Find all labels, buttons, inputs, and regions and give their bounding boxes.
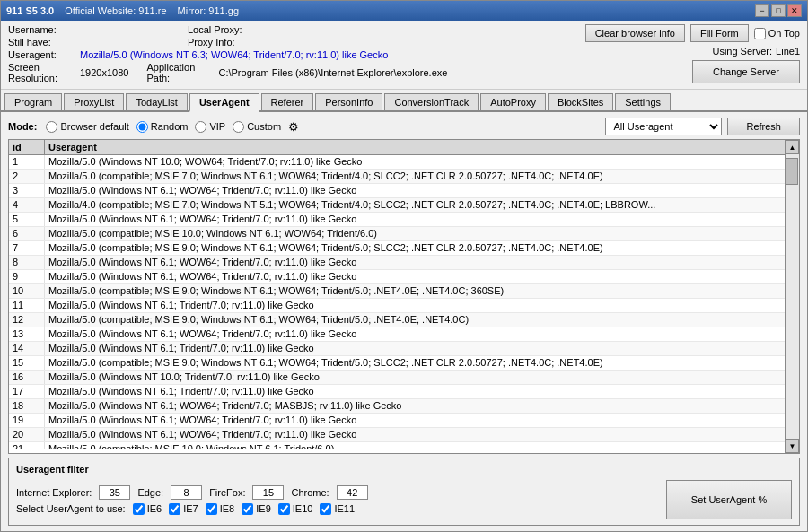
tab-personinfo[interactable]: PersonInfo xyxy=(315,93,382,110)
useragent-type-select[interactable]: All Useragent Internet Explorer Edge Chr… xyxy=(605,118,722,135)
tab-blocksites[interactable]: BlockSites xyxy=(548,93,613,110)
username-label: Username: xyxy=(8,24,80,35)
ie11-label: IE11 xyxy=(334,503,355,514)
ie10-checkbox[interactable] xyxy=(278,503,290,515)
cell-id: 2 xyxy=(9,170,45,183)
radio-custom[interactable] xyxy=(233,121,244,133)
table-row[interactable]: 10Mozilla/5.0 (compatible; MSIE 9.0; Win… xyxy=(9,284,799,299)
tab-settings[interactable]: Settings xyxy=(615,93,671,110)
table-row[interactable]: 6Mozilla/5.0 (compatible; MSIE 10.0; Win… xyxy=(9,227,799,241)
ie9-checkbox-label[interactable]: IE9 xyxy=(242,503,271,515)
on-top-checkbox-label[interactable]: On Top xyxy=(754,28,800,39)
using-server-label: Using Server: xyxy=(712,46,772,57)
firefox-input[interactable] xyxy=(252,485,284,500)
scroll-thumb[interactable] xyxy=(786,158,798,185)
table-row[interactable]: 19Mozilla/5.0 (Windows NT 6.1; WOW64; Tr… xyxy=(9,414,799,428)
scroll-up-button[interactable]: ▲ xyxy=(786,140,799,154)
table-row[interactable]: 4Mozilla/4.0 (compatible; MSIE 7.0; Wind… xyxy=(9,198,799,213)
mode-browser-default[interactable]: Browser default xyxy=(46,121,128,133)
cell-useragent: Mozilla/5.0 (compatible; MSIE 9.0; Windo… xyxy=(45,241,799,255)
col-header-ua: Useragent xyxy=(45,140,799,154)
close-button[interactable]: ✕ xyxy=(787,4,802,17)
ie8-checkbox[interactable] xyxy=(206,503,217,515)
cell-id: 5 xyxy=(9,213,45,226)
table-row[interactable]: 3Mozilla/5.0 (Windows NT 6.1; WOW64; Tri… xyxy=(9,184,799,198)
table-row[interactable]: 5Mozilla/5.0 (Windows NT 6.1; WOW64; Tri… xyxy=(9,213,799,227)
ie11-checkbox[interactable] xyxy=(320,503,331,515)
ie10-checkbox-label[interactable]: IE10 xyxy=(278,503,313,515)
ie9-checkbox[interactable] xyxy=(242,503,253,515)
still-have-label: Still have: xyxy=(8,37,80,48)
ie8-checkbox-label[interactable]: IE8 xyxy=(206,503,235,515)
tab-useragent[interactable]: UserAgent xyxy=(189,93,259,112)
tab-todaylist[interactable]: TodayList xyxy=(126,93,187,110)
chrome-input[interactable] xyxy=(337,485,368,500)
app-path-value: C:\Program Files (x86)\Internet Explorer… xyxy=(218,67,447,78)
cell-useragent: Mozilla/5.0 (Windows NT 6.1; WOW64; Trid… xyxy=(45,213,799,226)
tab-autoproxy[interactable]: AutoProxy xyxy=(480,93,546,110)
table-row[interactable]: 15Mozilla/5.0 (compatible; MSIE 9.0; Win… xyxy=(9,356,799,371)
table-row[interactable]: 9Mozilla/5.0 (Windows NT 6.1; WOW64; Tri… xyxy=(9,270,799,284)
table-row[interactable]: 17Mozilla/5.0 (Windows NT 6.1; Trident/7… xyxy=(9,385,799,399)
table-row[interactable]: 13Mozilla/5.0 (Windows NT 6.1; WOW64; Tr… xyxy=(9,327,799,342)
screen-value: 1920x1080 xyxy=(80,67,128,78)
edge-input[interactable] xyxy=(171,485,202,500)
ie-input[interactable] xyxy=(99,485,130,500)
set-useragent-button[interactable]: Set UserAgent % xyxy=(666,480,792,519)
minimize-button[interactable]: − xyxy=(755,4,769,17)
change-server-button[interactable]: Change Server xyxy=(692,60,800,83)
scrollbar[interactable]: ▲ ▼ xyxy=(785,140,799,453)
firefox-label: FireFox: xyxy=(209,487,245,498)
refresh-button[interactable]: Refresh xyxy=(727,118,800,135)
radio-random[interactable] xyxy=(136,121,148,133)
scroll-down-button[interactable]: ▼ xyxy=(786,439,799,453)
radio-browser-default[interactable] xyxy=(46,121,57,133)
ie7-checkbox-label[interactable]: IE7 xyxy=(169,503,198,515)
table-row[interactable]: 16Mozilla/5.0 (Windows NT 10.0; Trident/… xyxy=(9,371,799,385)
filter-checkbox-row: Select UserAgent to use: IE6 IE7 xyxy=(16,503,666,515)
ie6-checkbox[interactable] xyxy=(133,503,145,515)
cell-id: 11 xyxy=(9,299,45,312)
screen-label: Screen Resolution: xyxy=(8,62,80,83)
action-section: Clear browser info Fill Form On Top Usin… xyxy=(585,24,800,83)
table-row[interactable]: 12Mozilla/5.0 (compatible; MSIE 9.0; Win… xyxy=(9,313,799,327)
table-row[interactable]: 21Mozilla/5.0 (compatible; MSIE 10.0; Wi… xyxy=(9,442,799,449)
tab-referer[interactable]: Referer xyxy=(261,93,314,110)
ie11-checkbox-label[interactable]: IE11 xyxy=(320,503,355,515)
select-ua-label: Select UserAgent to use: xyxy=(16,503,126,514)
table-row[interactable]: 11Mozilla/5.0 (Windows NT 6.1; Trident/7… xyxy=(9,299,799,313)
clear-browser-info-button[interactable]: Clear browser info xyxy=(585,24,685,42)
maximize-button[interactable]: □ xyxy=(771,4,786,17)
cell-useragent: Mozilla/5.0 (compatible; MSIE 7.0; Windo… xyxy=(45,170,799,183)
tab-conversiontrack[interactable]: ConversionTrack xyxy=(384,93,479,110)
fill-form-button[interactable]: Fill Form xyxy=(690,24,749,42)
title-bar-left: 911 S5 3.0 Official Website: 911.re Mirr… xyxy=(6,5,239,16)
mode-custom[interactable]: Custom xyxy=(233,121,281,133)
on-top-checkbox[interactable] xyxy=(754,28,766,39)
radio-vip[interactable] xyxy=(195,121,206,133)
ie7-checkbox[interactable] xyxy=(169,503,180,515)
table-row[interactable]: 7Mozilla/5.0 (compatible; MSIE 9.0; Wind… xyxy=(9,241,799,256)
vip-label: VIP xyxy=(209,121,225,132)
tab-proxylist[interactable]: ProxyList xyxy=(64,93,124,110)
settings-icon[interactable]: ⚙ xyxy=(288,120,299,134)
using-server-row: Using Server: Line1 xyxy=(712,46,800,57)
table-row[interactable]: 1Mozilla/5.0 (Windows NT 10.0; WOW64; Tr… xyxy=(9,155,799,170)
mode-vip[interactable]: VIP xyxy=(195,121,225,133)
cell-id: 3 xyxy=(9,184,45,197)
tab-program[interactable]: Program xyxy=(4,93,62,110)
mode-random[interactable]: Random xyxy=(136,121,189,133)
table-row[interactable]: 14Mozilla/5.0 (Windows NT 6.1; Trident/7… xyxy=(9,342,799,356)
table-row[interactable]: 2Mozilla/5.0 (compatible; MSIE 7.0; Wind… xyxy=(9,170,799,184)
table-row[interactable]: 20Mozilla/5.0 (Windows NT 6.1; WOW64; Tr… xyxy=(9,428,799,442)
table-row[interactable]: 18Mozilla/5.0 (Windows NT 6.1; WOW64; Tr… xyxy=(9,399,799,414)
filter-left: Internet Explorer: Edge: FireFox: Chrome… xyxy=(16,485,666,515)
mode-bar: Mode: Browser default Random VIP Custom xyxy=(8,118,800,135)
ie6-checkbox-label[interactable]: IE6 xyxy=(133,503,162,515)
table-row[interactable]: 8Mozilla/5.0 (Windows NT 6.1; WOW64; Tri… xyxy=(9,256,799,270)
col-header-id: id xyxy=(9,140,45,154)
filter-title: Useragent filter xyxy=(16,464,792,475)
cell-useragent: Mozilla/5.0 (Windows NT 6.1; WOW64; Trid… xyxy=(45,270,799,283)
cell-useragent: Mozilla/5.0 (Windows NT 6.1; WOW64; Trid… xyxy=(45,327,799,341)
filter-section: Useragent filter Internet Explorer: Edge… xyxy=(8,458,800,526)
